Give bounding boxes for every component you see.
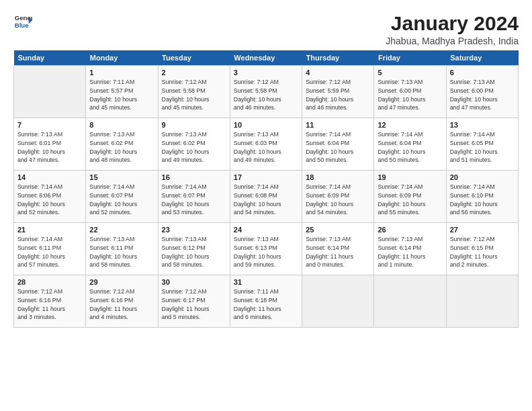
day-info: Sunrise: 7:14 AM Sunset: 6:10 PM Dayligh… xyxy=(450,183,515,217)
day-info: Sunrise: 7:14 AM Sunset: 6:06 PM Dayligh… xyxy=(17,183,82,217)
calendar-day-cell: 30Sunrise: 7:12 AM Sunset: 6:17 PM Dayli… xyxy=(158,275,230,328)
day-number: 5 xyxy=(378,68,442,77)
day-number: 13 xyxy=(450,121,515,129)
day-info: Sunrise: 7:14 AM Sunset: 6:04 PM Dayligh… xyxy=(306,130,370,165)
calendar-day-cell: 18Sunrise: 7:14 AM Sunset: 6:09 PM Dayli… xyxy=(302,171,374,223)
day-number: 17 xyxy=(234,173,298,181)
calendar-week-row: 1Sunrise: 7:11 AM Sunset: 5:57 PM Daylig… xyxy=(14,66,519,118)
day-info: Sunrise: 7:13 AM Sunset: 6:11 PM Dayligh… xyxy=(89,235,154,269)
calendar-day-cell: 2Sunrise: 7:12 AM Sunset: 5:58 PM Daylig… xyxy=(158,66,230,118)
day-number: 4 xyxy=(306,68,370,77)
day-number: 2 xyxy=(162,68,226,77)
calendar-day-cell xyxy=(14,66,86,118)
day-info: Sunrise: 7:13 AM Sunset: 6:03 PM Dayligh… xyxy=(234,130,298,165)
day-info: Sunrise: 7:12 AM Sunset: 5:58 PM Dayligh… xyxy=(234,78,298,112)
calendar-day-cell: 10Sunrise: 7:13 AM Sunset: 6:03 PM Dayli… xyxy=(230,118,302,171)
calendar-day-cell: 14Sunrise: 7:14 AM Sunset: 6:06 PM Dayli… xyxy=(14,171,86,223)
day-info: Sunrise: 7:14 AM Sunset: 6:09 PM Dayligh… xyxy=(306,183,370,217)
day-number: 26 xyxy=(378,226,442,234)
day-info: Sunrise: 7:14 AM Sunset: 6:07 PM Dayligh… xyxy=(162,183,226,217)
calendar-day-cell: 27Sunrise: 7:12 AM Sunset: 6:15 PM Dayli… xyxy=(446,223,518,275)
day-info: Sunrise: 7:14 AM Sunset: 6:08 PM Dayligh… xyxy=(234,183,298,217)
day-number: 16 xyxy=(162,173,226,181)
day-number: 10 xyxy=(234,121,298,129)
day-info: Sunrise: 7:13 AM Sunset: 6:14 PM Dayligh… xyxy=(306,235,370,269)
day-info: Sunrise: 7:14 AM Sunset: 6:07 PM Dayligh… xyxy=(89,183,154,217)
calendar-day-cell: 26Sunrise: 7:13 AM Sunset: 6:14 PM Dayli… xyxy=(374,223,446,275)
day-info: Sunrise: 7:13 AM Sunset: 6:00 PM Dayligh… xyxy=(450,78,515,112)
calendar-day-cell: 22Sunrise: 7:13 AM Sunset: 6:11 PM Dayli… xyxy=(86,223,158,275)
day-number: 23 xyxy=(162,226,226,234)
day-of-week-header: Wednesday xyxy=(230,50,302,66)
calendar-day-cell: 8Sunrise: 7:13 AM Sunset: 6:02 PM Daylig… xyxy=(86,118,158,171)
day-info: Sunrise: 7:13 AM Sunset: 6:13 PM Dayligh… xyxy=(234,235,298,269)
calendar-day-cell: 24Sunrise: 7:13 AM Sunset: 6:13 PM Dayli… xyxy=(230,223,302,275)
calendar-day-cell xyxy=(302,275,374,328)
day-header-row: SundayMondayTuesdayWednesdayThursdayFrid… xyxy=(14,50,519,66)
day-info: Sunrise: 7:13 AM Sunset: 6:14 PM Dayligh… xyxy=(378,235,442,269)
day-info: Sunrise: 7:12 AM Sunset: 6:15 PM Dayligh… xyxy=(450,235,515,269)
calendar-day-cell xyxy=(374,275,446,328)
calendar-week-row: 21Sunrise: 7:14 AM Sunset: 6:11 PM Dayli… xyxy=(14,223,519,275)
day-number: 9 xyxy=(162,121,226,129)
calendar-day-cell: 7Sunrise: 7:13 AM Sunset: 6:01 PM Daylig… xyxy=(14,118,86,171)
day-info: Sunrise: 7:12 AM Sunset: 5:59 PM Dayligh… xyxy=(306,78,370,112)
day-info: Sunrise: 7:11 AM Sunset: 5:57 PM Dayligh… xyxy=(89,78,154,112)
day-info: Sunrise: 7:13 AM Sunset: 6:00 PM Dayligh… xyxy=(378,78,442,112)
day-number: 28 xyxy=(17,278,82,286)
calendar-day-cell: 11Sunrise: 7:14 AM Sunset: 6:04 PM Dayli… xyxy=(302,118,374,171)
calendar-table: SundayMondayTuesdayWednesdayThursdayFrid… xyxy=(13,50,519,328)
day-info: Sunrise: 7:14 AM Sunset: 6:11 PM Dayligh… xyxy=(17,235,82,269)
day-info: Sunrise: 7:13 AM Sunset: 6:01 PM Dayligh… xyxy=(17,130,82,165)
day-number: 1 xyxy=(89,68,154,77)
day-of-week-header: Thursday xyxy=(302,50,374,66)
logo-icon: General Blue xyxy=(13,12,32,31)
calendar-day-cell: 17Sunrise: 7:14 AM Sunset: 6:08 PM Dayli… xyxy=(230,171,302,223)
day-of-week-header: Tuesday xyxy=(158,50,230,66)
calendar-day-cell: 23Sunrise: 7:13 AM Sunset: 6:12 PM Dayli… xyxy=(158,223,230,275)
day-info: Sunrise: 7:12 AM Sunset: 5:58 PM Dayligh… xyxy=(162,78,226,112)
day-info: Sunrise: 7:14 AM Sunset: 6:09 PM Dayligh… xyxy=(378,183,442,217)
calendar-subtitle: Jhabua, Madhya Pradesh, India xyxy=(386,36,519,46)
calendar-title: January 2024 xyxy=(386,12,519,34)
calendar-day-cell: 29Sunrise: 7:12 AM Sunset: 6:16 PM Dayli… xyxy=(86,275,158,328)
calendar-day-cell: 6Sunrise: 7:13 AM Sunset: 6:00 PM Daylig… xyxy=(446,66,518,118)
day-number: 20 xyxy=(450,173,515,181)
calendar-week-row: 7Sunrise: 7:13 AM Sunset: 6:01 PM Daylig… xyxy=(14,118,519,171)
title-block: January 2024 Jhabua, Madhya Pradesh, Ind… xyxy=(386,12,519,46)
day-number: 3 xyxy=(234,68,298,77)
day-number: 19 xyxy=(378,173,442,181)
calendar-day-cell: 13Sunrise: 7:14 AM Sunset: 6:05 PM Dayli… xyxy=(446,118,518,171)
day-number: 15 xyxy=(89,173,154,181)
calendar-day-cell: 1Sunrise: 7:11 AM Sunset: 5:57 PM Daylig… xyxy=(86,66,158,118)
day-number: 21 xyxy=(17,226,82,234)
day-info: Sunrise: 7:14 AM Sunset: 6:04 PM Dayligh… xyxy=(378,130,442,165)
day-of-week-header: Saturday xyxy=(446,50,518,66)
svg-text:Blue: Blue xyxy=(15,21,29,29)
day-info: Sunrise: 7:13 AM Sunset: 6:02 PM Dayligh… xyxy=(162,130,226,165)
day-number: 7 xyxy=(17,121,82,129)
day-number: 18 xyxy=(306,173,370,181)
calendar-day-cell: 12Sunrise: 7:14 AM Sunset: 6:04 PM Dayli… xyxy=(374,118,446,171)
day-number: 6 xyxy=(450,68,515,77)
logo: General Blue xyxy=(13,12,32,31)
day-info: Sunrise: 7:13 AM Sunset: 6:12 PM Dayligh… xyxy=(162,235,226,269)
calendar-week-row: 28Sunrise: 7:12 AM Sunset: 6:16 PM Dayli… xyxy=(14,275,519,328)
day-number: 29 xyxy=(89,278,154,286)
calendar-day-cell: 31Sunrise: 7:11 AM Sunset: 6:18 PM Dayli… xyxy=(230,275,302,328)
calendar-day-cell: 21Sunrise: 7:14 AM Sunset: 6:11 PM Dayli… xyxy=(14,223,86,275)
day-of-week-header: Monday xyxy=(86,50,158,66)
day-of-week-header: Sunday xyxy=(14,50,86,66)
day-number: 22 xyxy=(89,226,154,234)
calendar-day-cell: 28Sunrise: 7:12 AM Sunset: 6:16 PM Dayli… xyxy=(14,275,86,328)
day-info: Sunrise: 7:12 AM Sunset: 6:17 PM Dayligh… xyxy=(162,287,226,322)
calendar-day-cell xyxy=(446,275,518,328)
calendar-day-cell: 20Sunrise: 7:14 AM Sunset: 6:10 PM Dayli… xyxy=(446,171,518,223)
day-number: 11 xyxy=(306,121,370,129)
day-number: 27 xyxy=(450,226,515,234)
day-number: 8 xyxy=(89,121,154,129)
day-number: 31 xyxy=(234,278,298,286)
day-info: Sunrise: 7:11 AM Sunset: 6:18 PM Dayligh… xyxy=(234,287,298,322)
calendar-day-cell: 15Sunrise: 7:14 AM Sunset: 6:07 PM Dayli… xyxy=(86,171,158,223)
calendar-day-cell: 3Sunrise: 7:12 AM Sunset: 5:58 PM Daylig… xyxy=(230,66,302,118)
